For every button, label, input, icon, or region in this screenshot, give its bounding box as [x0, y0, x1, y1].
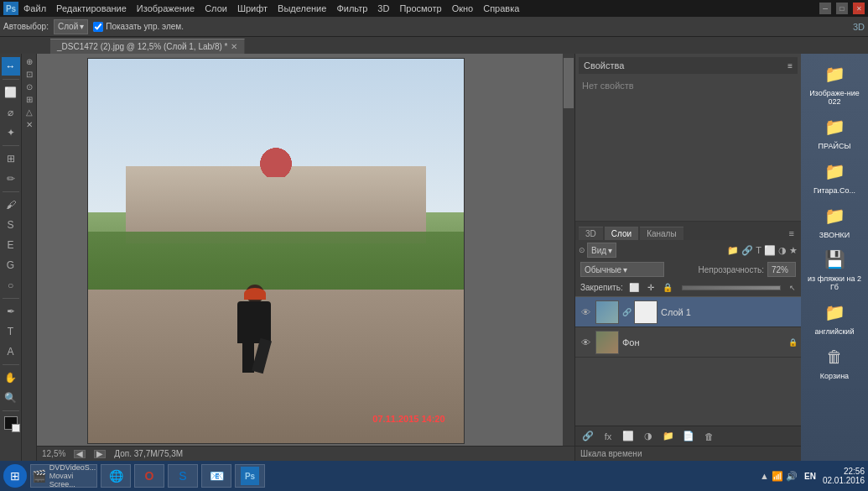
layers-panel: 3D Слои Каналы ≡ ⊙ Вид ▾ 📁 🔗 T [575, 222, 801, 446]
show-controls-checkbox[interactable] [93, 22, 103, 32]
tool-move[interactable]: ↔ [2, 57, 20, 76]
maximize-button[interactable]: □ [836, 3, 848, 14]
desktop-icon-english[interactable]: 📁 английский [804, 295, 865, 338]
menu-filter[interactable]: Фильтр [335, 3, 369, 13]
minimize-button[interactable]: ─ [819, 3, 831, 14]
auto-select-label: Автовыбор: [3, 22, 49, 31]
tool-eyedropper[interactable]: ✏ [2, 170, 20, 188]
cursor-icon: ↖ [789, 284, 796, 292]
mask-icon[interactable]: ⬜ [764, 245, 776, 256]
layer-item-1[interactable]: 👁 🔗 Слой 1 [575, 297, 801, 327]
scale-label: 12,5% [42, 449, 65, 458]
tool-marquee[interactable]: ⬜ [2, 83, 20, 102]
desktop-icon-prices[interactable]: 📁 ПРАЙСЫ [804, 110, 865, 153]
person-silhouette [231, 285, 281, 385]
tool-zoom[interactable]: 🔍 [2, 389, 20, 407]
tool-gradient[interactable]: G [2, 256, 20, 274]
layer-visibility-fon[interactable]: 👁 [579, 336, 592, 349]
opacity-slider[interactable] [682, 285, 781, 290]
tool-hand[interactable]: ✋ [2, 368, 20, 387]
fx-icon[interactable]: T [756, 245, 761, 255]
group-btn[interactable]: 📁 [661, 429, 676, 444]
layers-panel-menu[interactable]: ≡ [786, 227, 798, 240]
desktop-icon-images[interactable]: 📁 Изображе-ние 022 [804, 57, 865, 108]
menu-select[interactable]: Выделение [276, 3, 328, 13]
tool-brush[interactable]: 🖌 [2, 196, 20, 214]
canvas-area: 07.11.2015 14:20 12,5% ◀ ▶ Доп. 37,7М/75… [37, 54, 574, 461]
document-tab[interactable]: _DSC1472 (2).jpg @ 12,5% (Слой 1, Lab/8)… [50, 39, 245, 54]
doc-tab-close[interactable]: ✕ [231, 42, 237, 51]
taskbar-skype[interactable]: S [168, 464, 198, 488]
left-icon-4[interactable]: ⊞ [26, 95, 33, 104]
photo-background: 07.11.2015 14:20 [88, 59, 464, 443]
menu-view[interactable]: Просмотр [398, 3, 443, 13]
scrollbar-vertical-thumb[interactable] [564, 58, 574, 108]
lock-all-icon[interactable]: 🔒 [662, 282, 673, 294]
tool-type[interactable]: T [2, 322, 20, 341]
menu-help[interactable]: Справка [481, 3, 521, 13]
left-icon-2[interactable]: ⊡ [26, 70, 33, 79]
left-icon-3[interactable]: ⊙ [26, 82, 33, 91]
menu-layers[interactable]: Слои [203, 3, 229, 13]
mask-btn[interactable]: ⬜ [621, 429, 636, 444]
tool-stamp[interactable]: S [2, 216, 20, 234]
menu-image[interactable]: Изображение [135, 3, 196, 13]
tool-lasso[interactable]: ⌀ [2, 103, 20, 122]
opacity-value[interactable]: 72% [767, 262, 796, 277]
view-dropdown[interactable]: Вид ▾ [587, 243, 616, 258]
title-bar-right: ─ □ ✕ [819, 3, 865, 14]
close-button[interactable]: ✕ [853, 3, 865, 14]
menu-file[interactable]: Файл [22, 3, 48, 13]
fx-btn[interactable]: fx [600, 429, 616, 444]
menu-edit[interactable]: Редактирование [55, 3, 128, 13]
blend-mode-dropdown[interactable]: Обычные ▾ [580, 262, 664, 277]
menu-window[interactable]: Окно [450, 3, 476, 13]
new-layer-btn[interactable]: 📄 [681, 429, 696, 444]
taskbar-opera[interactable]: O [134, 464, 164, 488]
menu-font[interactable]: Шрифт [236, 3, 269, 13]
menu-3d[interactable]: 3D [376, 3, 391, 13]
left-icon-5[interactable]: △ [26, 107, 33, 117]
style-icon[interactable]: ★ [789, 245, 798, 256]
desktop-icon-flask[interactable]: 💾 из фляжки на 2 Гб [804, 243, 865, 294]
link-layers-btn[interactable]: 🔗 [580, 429, 595, 444]
drive-flask-label: из фляжки на 2 Гб [806, 275, 863, 292]
taskbar-dvdvideo[interactable]: 🎬 DVDVideoS... Movavi Scree... [30, 464, 97, 488]
tool-path[interactable]: A [2, 342, 20, 361]
left-icon-6[interactable]: ✕ [26, 120, 33, 129]
taskbar-photoshop[interactable]: Ps [235, 464, 265, 488]
opacity-label: Непрозрачность: [698, 265, 764, 274]
nav-arrow-right[interactable]: ▶ [94, 450, 106, 458]
desktop-icon-trash[interactable]: 🗑 Корзина [804, 340, 865, 383]
lock-pixels-icon[interactable]: ⬜ [628, 282, 640, 294]
tool-wand[interactable]: ✦ [2, 123, 20, 142]
taskbar-mail[interactable]: 📧 [201, 464, 231, 488]
start-button[interactable]: ⊞ [3, 464, 27, 488]
tab-3d[interactable]: 3D [579, 227, 603, 240]
tab-layers[interactable]: Слои [605, 227, 638, 240]
layer-visibility-1[interactable]: 👁 [579, 306, 592, 319]
taskbar-chrome[interactable]: 🌐 [101, 464, 131, 488]
lock-position-icon[interactable]: ✛ [645, 282, 657, 294]
tab-channels[interactable]: Каналы [640, 227, 683, 240]
layer-item-fon[interactable]: 👁 Фон 🔒 [575, 327, 801, 358]
properties-close[interactable]: ≡ [787, 61, 793, 71]
tool-eraser[interactable]: E [2, 236, 20, 254]
tool-dodge[interactable]: ○ [2, 276, 20, 295]
delete-layer-btn[interactable]: 🗑 [701, 429, 716, 444]
auto-select-dropdown[interactable]: Слой ▾ [54, 19, 88, 34]
left-icon-1[interactable]: ⊕ [26, 57, 33, 66]
options-bar: Автовыбор: Слой ▾ Показать упр. элем. 3D [0, 17, 868, 37]
scrollbar-vertical[interactable] [563, 54, 574, 449]
adjustment-icon[interactable]: ◑ [778, 245, 787, 256]
desktop-icon-calls[interactable]: 📁 ЗВОНКИ [804, 199, 865, 242]
layers-icon-row: 📁 🔗 T ⬜ ◑ ★ [727, 245, 798, 256]
tool-pen[interactable]: ✒ [2, 302, 20, 321]
link-icon[interactable]: 🔗 [741, 245, 753, 256]
desktop-icon-guitar[interactable]: 📁 Гитара.Co... [804, 154, 865, 197]
adjustment-btn[interactable]: ◑ [641, 429, 656, 444]
timeline-label: Шкала времени [580, 449, 642, 458]
nav-arrow-left[interactable]: ◀ [74, 450, 86, 458]
tool-crop[interactable]: ⊞ [2, 149, 20, 168]
new-group-icon[interactable]: 📁 [727, 245, 739, 256]
